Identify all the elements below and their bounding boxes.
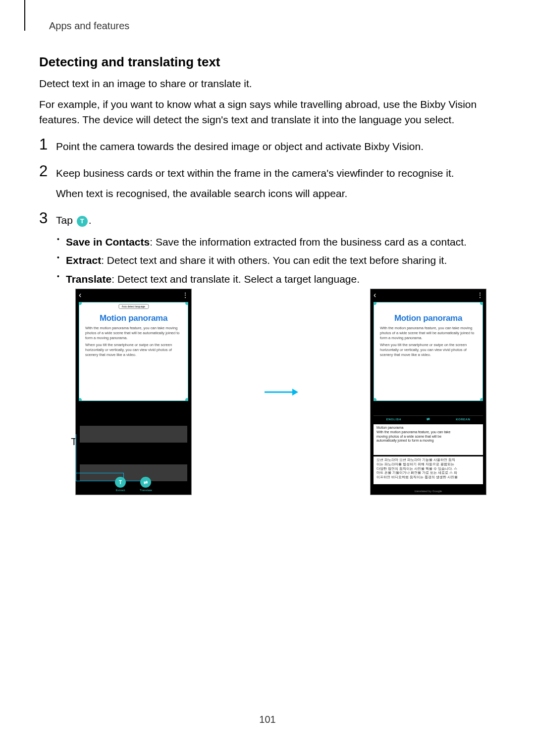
corner-handle	[79, 302, 82, 305]
corner-handle	[79, 398, 82, 401]
translated-by-label: translated by Google	[371, 490, 486, 493]
bullet-text: : Detect text and translate it. Select a…	[111, 273, 360, 285]
step-2: 2 Keep business cards or text within the…	[39, 165, 496, 202]
page-title: Detecting and translating text	[39, 54, 496, 70]
target-language[interactable]: KOREAN	[456, 418, 470, 421]
intro-paragraph-2: For example, if you want to know what a …	[39, 97, 496, 128]
translate-button[interactable]: ⇄ Translate	[140, 477, 152, 492]
steps-list: 1 Point the camera towards the desired i…	[39, 139, 496, 290]
page-margin-marker	[24, 0, 25, 31]
bullet-text: : Save the information extracted from th…	[150, 236, 467, 248]
corner-handle	[480, 302, 483, 305]
section-header: Apps and features	[49, 20, 129, 32]
phone-topbar: ‹ ⋮	[76, 289, 191, 301]
corner-handle	[185, 398, 188, 401]
source-language[interactable]: ENGLISH	[386, 418, 401, 421]
extract-button[interactable]: T Extract	[115, 477, 126, 492]
auto-detect-language-chip[interactable]: Auto detect language	[118, 304, 149, 309]
detected-paragraph: When you tilt the smartphone or swipe on…	[79, 340, 188, 357]
corner-handle	[480, 398, 483, 401]
svg-marker-1	[292, 389, 298, 396]
corner-handle	[185, 302, 188, 305]
back-icon[interactable]: ‹	[79, 291, 81, 300]
viewfinder-frame: Motion panorama With the motion panorama…	[374, 302, 483, 401]
step-text: Keep business cards or text within the f…	[54, 165, 454, 202]
viewfinder-frame: Auto detect language Motion panorama Wit…	[79, 302, 188, 401]
more-icon[interactable]: ⋮	[477, 291, 483, 299]
step-suffix: .	[89, 214, 92, 226]
detected-paragraph: With the motion panorama feature, you ca…	[374, 323, 482, 340]
bullet-label: Save in Contacts	[66, 236, 150, 248]
step-line: Keep business cards or text within the f…	[56, 165, 454, 182]
phone-screenshot-right: ‹ ⋮ Motion panorama With the motion pano…	[370, 289, 486, 495]
leader-line	[75, 473, 123, 473]
detected-paragraph: With the motion panorama feature, you ca…	[79, 323, 188, 340]
step-text: Tap T. Save in Contacts: Save the inform…	[54, 212, 467, 289]
back-icon[interactable]: ‹	[374, 291, 376, 300]
decor-bar	[80, 426, 187, 443]
step-text: Point the camera towards the desired ima…	[54, 139, 424, 155]
page-content: Detecting and translating text Detect te…	[39, 54, 496, 300]
bullet-extract: Extract: Detect text and share it with o…	[66, 252, 467, 269]
translated-text-block: 모션 파노라마 모션 파노라마 기능을 사용하면 움직 이는 파노라마를 형성하…	[374, 456, 483, 484]
leader-line	[76, 434, 76, 481]
more-icon[interactable]: ⋮	[182, 291, 188, 299]
extract-icon: T	[115, 477, 126, 488]
sub-bullets: Save in Contacts: Save the information e…	[56, 234, 467, 288]
translate-icon: ⇄	[140, 477, 151, 488]
bullet-label: Extract	[66, 254, 101, 266]
extract-label: Extract	[116, 489, 125, 492]
bullet-label: Translate	[66, 273, 111, 285]
step-number: 3	[39, 210, 54, 226]
detected-title: Motion panorama	[79, 313, 188, 323]
arrow-icon	[262, 289, 300, 495]
bullet-save-in-contacts: Save in Contacts: Save the information e…	[66, 234, 467, 251]
step-3: 3 Tap T. Save in Contacts: Save the info…	[39, 212, 496, 289]
bullet-text: : Detect text and share it with others. …	[101, 254, 447, 266]
phone-screenshot-left: ‹ ⋮ Auto detect language Motion panorama…	[75, 289, 192, 495]
step-1: 1 Point the camera towards the desired i…	[39, 139, 496, 155]
source-text-block: Motion panorama With the motion panorama…	[374, 424, 483, 455]
language-selector: ENGLISH ⇄ KOREAN	[374, 415, 483, 422]
screenshot-figure: Translate Extract ‹ ⋮ Auto detect langua…	[75, 289, 486, 495]
phone-topbar: ‹ ⋮	[371, 289, 486, 301]
step-prefix: Tap	[56, 214, 76, 226]
bullet-translate: Translate: Detect text and translate it.…	[66, 271, 467, 288]
page-number: 101	[0, 714, 535, 725]
text-translate-icon: T	[77, 216, 88, 227]
intro-paragraph-1: Detect text in an image to share or tran…	[39, 76, 496, 92]
detected-paragraph: When you tilt the smartphone or swipe on…	[374, 340, 482, 357]
corner-handle	[374, 302, 376, 305]
step-number: 2	[39, 163, 54, 179]
action-button-row: T Extract ⇄ Translate	[76, 477, 191, 492]
detected-title: Motion panorama	[374, 313, 482, 323]
corner-handle	[374, 398, 376, 401]
translate-label: Translate	[140, 489, 152, 492]
step-line: When text is recognised, the available s…	[56, 186, 454, 202]
swap-languages-icon[interactable]: ⇄	[427, 417, 430, 421]
step-number: 1	[39, 137, 54, 152]
